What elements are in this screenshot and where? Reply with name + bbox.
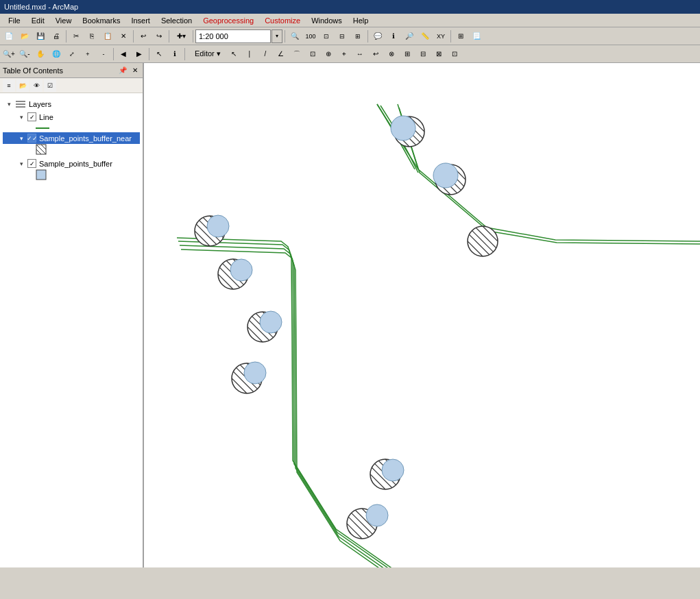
zoom-in-btn[interactable]: 🔍+ xyxy=(1,47,16,62)
layers-group: ▾ Layers ▾ Line xyxy=(0,96,143,184)
edit-tool-2[interactable]: | xyxy=(242,47,257,62)
pan-btn[interactable]: ✋ xyxy=(33,47,48,62)
near-checkbox[interactable]: ✓ xyxy=(27,134,36,143)
forward-btn[interactable]: ▶ xyxy=(132,47,147,62)
delete-btn[interactable]: ✕ xyxy=(116,29,131,44)
zoom-layer-btn[interactable]: ⊟ xyxy=(335,29,350,44)
add-data-btn[interactable]: ✚▾ xyxy=(171,29,191,44)
line-symbol xyxy=(36,127,49,130)
scale-input[interactable]: 1:20 000 xyxy=(195,29,271,43)
layers-group-row[interactable]: ▾ Layers xyxy=(3,97,140,111)
line-symbol-row xyxy=(3,123,140,132)
edit-tool-15[interactable]: ⊡ xyxy=(447,47,462,62)
toc-selection-btn[interactable]: ☑ xyxy=(44,80,56,92)
menu-geoprocessing[interactable]: Geoprocessing xyxy=(197,15,259,26)
measure-btn[interactable]: 📏 xyxy=(418,29,433,44)
edit-tool-7[interactable]: ⊕ xyxy=(321,47,336,62)
toc-toolbar: ≡ 📂 👁 ☑ xyxy=(0,78,143,93)
edit-tool-12[interactable]: ⊞ xyxy=(400,47,415,62)
edit-tool-6[interactable]: ⊡ xyxy=(305,47,320,62)
toc-controls: 📌 ✕ xyxy=(117,66,140,75)
buffer-checkbox[interactable] xyxy=(27,159,36,168)
map-tips-btn[interactable]: 💬 xyxy=(370,29,385,44)
identify-btn[interactable]: ℹ xyxy=(386,29,401,44)
identify2-btn[interactable]: ℹ xyxy=(167,47,182,62)
buffer-label: Sample_points_buffer xyxy=(39,160,112,168)
near-expand-icon[interactable]: ▾ xyxy=(18,135,25,142)
edit-tool-1[interactable]: ↖ xyxy=(226,47,241,62)
toc-close-btn[interactable]: ✕ xyxy=(130,66,140,75)
save-btn[interactable]: 💾 xyxy=(33,29,48,44)
line-checkbox[interactable] xyxy=(27,112,36,121)
edit-tool-9[interactable]: ↔ xyxy=(352,47,367,62)
editor-label: Editor ▾ xyxy=(195,49,221,58)
edit-tool-10[interactable]: ↩ xyxy=(368,47,383,62)
magnify-btn[interactable]: 🔍 xyxy=(287,29,302,44)
menu-help[interactable]: Help xyxy=(348,15,374,26)
zoom-full-btn[interactable]: ⊞ xyxy=(350,29,365,44)
edit-tool-3[interactable]: / xyxy=(258,47,273,62)
editor-dropdown[interactable]: Editor ▾ xyxy=(190,47,226,60)
menu-windows[interactable]: Windows xyxy=(306,15,348,26)
select-btn[interactable]: ↖ xyxy=(152,47,167,62)
print-btn[interactable]: 🖨 xyxy=(49,29,64,44)
zoom-fit-btn[interactable]: ⊡ xyxy=(319,29,334,44)
fixed-zoom-out-btn[interactable]: - xyxy=(96,47,111,62)
scale-value: 1:20 000 xyxy=(199,32,228,40)
table-of-contents: Table Of Contents 📌 ✕ ≡ 📂 👁 ☑ ▾ xyxy=(0,63,144,567)
title-bar: Untitled.mxd - ArcMap xyxy=(0,0,700,14)
green-lines-main xyxy=(177,238,700,567)
back-btn[interactable]: ◀ xyxy=(116,47,131,62)
sep5 xyxy=(285,30,285,42)
menu-edit[interactable]: Edit xyxy=(26,15,50,26)
zoom-100-btn[interactable]: 100 xyxy=(303,29,318,44)
new-btn[interactable]: 📄 xyxy=(1,29,16,44)
map-area[interactable] xyxy=(144,63,700,567)
open-btn[interactable]: 📂 xyxy=(17,29,32,44)
menu-insert[interactable]: Insert xyxy=(125,15,156,26)
menu-customize[interactable]: Customize xyxy=(259,15,306,26)
svg-rect-1 xyxy=(16,103,25,105)
cut-btn[interactable]: ✂ xyxy=(69,29,84,44)
edit-tool-5[interactable]: ⌒ xyxy=(289,47,304,62)
sep10 xyxy=(184,48,185,60)
toc-pin-btn[interactable]: 📌 xyxy=(117,66,129,75)
find-btn[interactable]: 🔎 xyxy=(402,29,417,44)
group-expand-icon[interactable]: ▾ xyxy=(5,101,12,108)
menu-bookmarks[interactable]: Bookmarks xyxy=(77,15,125,26)
hatch-circle-3 xyxy=(468,226,498,256)
group-label: Layers xyxy=(29,100,51,108)
buffer-symbol-row xyxy=(3,169,140,183)
toc-source-btn[interactable]: 📂 xyxy=(16,80,29,92)
menu-selection[interactable]: Selection xyxy=(156,15,197,26)
edit-tool-13[interactable]: ⊟ xyxy=(415,47,431,62)
edit-tool-8[interactable]: ⌖ xyxy=(337,47,352,62)
scale-dropdown[interactable]: ▾ xyxy=(271,29,282,43)
goto-xy-btn[interactable]: XY xyxy=(433,29,448,44)
line-expand-icon[interactable]: ▾ xyxy=(18,114,25,121)
dataview-btn[interactable]: ⊞ xyxy=(453,29,468,44)
zoom-out-btn[interactable]: 🔍- xyxy=(17,47,32,62)
fixed-zoom-in-btn[interactable]: + xyxy=(80,47,95,62)
full-extent-btn[interactable]: ⤢ xyxy=(64,47,80,62)
toc-list-btn[interactable]: ≡ xyxy=(3,80,15,92)
menu-view[interactable]: View xyxy=(50,15,77,26)
paste-btn[interactable]: 📋 xyxy=(100,29,115,44)
undo-btn[interactable]: ↩ xyxy=(136,29,151,44)
layer-near-row[interactable]: ▾ ✓ Sample_points_buffer_near xyxy=(3,132,140,144)
copy-btn[interactable]: ⎘ xyxy=(84,29,99,44)
group-icon xyxy=(15,99,26,110)
sep1 xyxy=(66,30,67,42)
menu-file[interactable]: File xyxy=(3,15,26,26)
svg-rect-0 xyxy=(16,101,25,102)
edit-tool-4[interactable]: ∠ xyxy=(274,47,289,62)
edit-tool-11[interactable]: ⊗ xyxy=(384,47,399,62)
layer-buffer-row[interactable]: ▾ Sample_points_buffer xyxy=(3,158,140,169)
edit-tool-14[interactable]: ⊠ xyxy=(431,47,446,62)
redo-btn[interactable]: ↪ xyxy=(152,29,167,44)
toc-visibility-btn[interactable]: 👁 xyxy=(30,80,43,92)
buffer-expand-icon[interactable]: ▾ xyxy=(18,160,25,167)
layer-line-row[interactable]: ▾ Line xyxy=(3,111,140,123)
layoutview-btn[interactable]: 📃 xyxy=(469,29,484,44)
globe-btn[interactable]: 🌐 xyxy=(49,47,64,62)
